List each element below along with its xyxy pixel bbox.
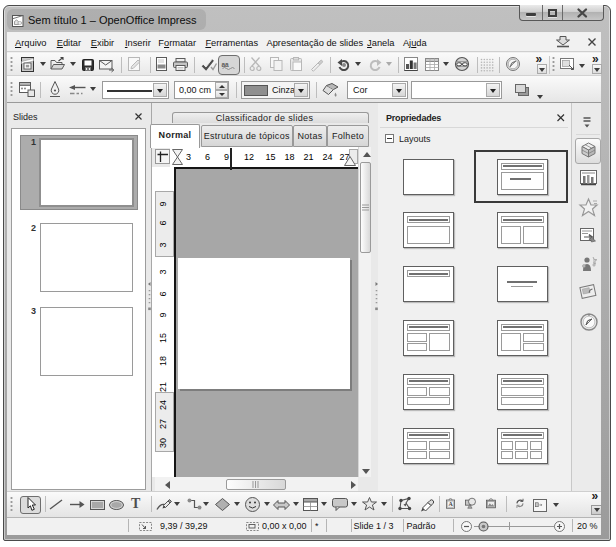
svg-text:aa: aa (222, 61, 230, 68)
svg-text:A: A (448, 501, 453, 507)
